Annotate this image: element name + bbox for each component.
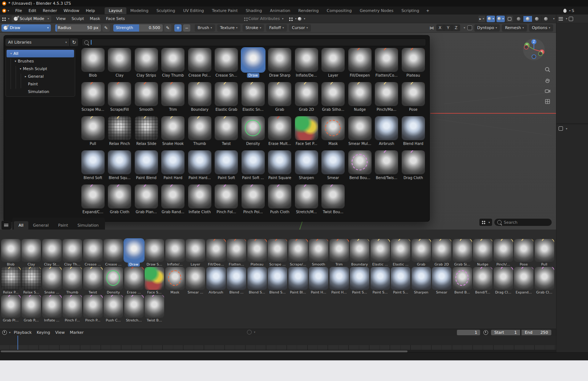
current-frame-field[interactable]: 1 xyxy=(457,330,480,335)
gizmos-toggle[interactable]: ▾ xyxy=(487,16,495,22)
popup-brush-density[interactable]: Density xyxy=(240,116,267,150)
xray-toggle[interactable] xyxy=(506,16,513,22)
shelf-brush-sharpen[interactable]: Sharpen xyxy=(411,267,431,295)
shelf-brush-boundary[interactable]: Boundary xyxy=(350,239,370,267)
popover-texture[interactable]: Texture▾ xyxy=(217,24,240,32)
mirror-y-button[interactable]: Y xyxy=(444,24,452,31)
strength-slider[interactable]: Strength 0.500 xyxy=(113,24,163,32)
popup-brush-twist[interactable]: Twist xyxy=(213,116,240,150)
tree-item-brushes[interactable]: ▾Brushes xyxy=(6,57,75,65)
stopwatch-icon[interactable] xyxy=(483,330,488,335)
popup-brush-drag-cloth[interactable]: Drag Cloth xyxy=(400,150,427,185)
shelf-brush-flatten[interactable]: Flatten... xyxy=(227,239,247,267)
menu-sculpt[interactable]: Sculpt xyxy=(69,15,87,22)
popup-brush-flatten-co[interactable]: Flatten/Co... xyxy=(373,48,400,82)
popup-brush-grab-cloth[interactable]: Grab Cloth xyxy=(106,185,133,219)
popup-brush-grab-plan[interactable]: Grab Plan... xyxy=(133,185,160,219)
timeline-menu-keying[interactable]: Keying xyxy=(34,329,53,336)
popup-brush-twist-bou[interactable]: Twist Bou... xyxy=(320,185,347,219)
shelf-brush-clay-th[interactable]: Clay Th... xyxy=(62,239,82,267)
popup-brush-push-cloth[interactable]: Push Cloth xyxy=(267,185,293,219)
shelf-brush-bend-t[interactable]: Bend/T... xyxy=(473,267,493,295)
workspace-tab-shading[interactable]: Shading xyxy=(242,7,266,14)
workspace-tab-texture-paint[interactable]: Texture Paint xyxy=(208,7,242,14)
subtract-mode-button[interactable]: − xyxy=(183,24,190,32)
shelf-brush-draw-s[interactable]: Draw S... xyxy=(145,239,165,267)
shelf-tab-general[interactable]: General xyxy=(28,221,53,230)
shelf-brush-fill-dee[interactable]: Fill/Dee... xyxy=(206,239,226,267)
shelf-brush-blob[interactable]: Blob xyxy=(1,239,21,267)
shelf-brush-plateau[interactable]: Plateau xyxy=(247,239,267,267)
shelf-brush-paint-s[interactable]: Paint S... xyxy=(350,267,370,295)
shelf-brush-grab-si[interactable]: Grab Si... xyxy=(452,239,472,267)
shelf-brush-paint-s[interactable]: Paint S... xyxy=(370,267,390,295)
dyntopo-popover[interactable]: Dyntopo▾ xyxy=(474,24,500,32)
timeline-editor-icon[interactable] xyxy=(2,330,7,335)
scene-selector[interactable]: ▾ S xyxy=(563,8,587,13)
shelf-brush-pull[interactable]: Pull xyxy=(534,239,554,267)
color-attributes-popover[interactable]: Color Attributes ▾ xyxy=(243,16,284,21)
shelf-brush-blend-s[interactable]: Blend S... xyxy=(247,267,267,295)
popover-stroke[interactable]: Stroke▾ xyxy=(243,24,264,32)
auto-keying-toggle[interactable]: ▾ xyxy=(247,330,255,335)
workspace-tab-compositing[interactable]: Compositing xyxy=(323,7,356,14)
viewport-3d[interactable]: Z Y X All Libraries ▾ ↻ xyxy=(0,33,556,329)
mirror-z-button[interactable]: Z xyxy=(452,24,460,31)
timeline-menu-view[interactable]: View xyxy=(53,329,67,336)
shelf-brush-pinch-p[interactable]: Pinch P... xyxy=(83,295,103,323)
shelf-brush-inflate[interactable]: Inflate ... xyxy=(42,295,62,323)
shelf-menu-button[interactable] xyxy=(1,221,11,230)
shelf-brush-nudge[interactable]: Nudge xyxy=(473,239,493,267)
shelf-brush-drag-cl[interactable]: Drag Cl... xyxy=(493,267,513,295)
popup-brush-pinch-poi[interactable]: Pinch Poi... xyxy=(240,185,267,219)
shelf-brush-grab[interactable]: Grab xyxy=(411,239,431,267)
popup-brush-pull[interactable]: Pull xyxy=(80,116,106,150)
shelf-brush-smooth[interactable]: Smooth xyxy=(309,239,329,267)
blender-menu-button[interactable]: ▾ xyxy=(2,9,9,13)
shelf-brush-scrape[interactable]: Scrape/... xyxy=(288,239,308,267)
popup-brush-nudge[interactable]: Nudge xyxy=(346,82,373,116)
shading-rendered-button[interactable] xyxy=(542,16,550,22)
shelf-brush-pinch[interactable]: Pinch/... xyxy=(493,239,513,267)
shelf-brush-density[interactable]: Density xyxy=(104,267,123,295)
workspace-tab-scripting[interactable]: Scripting xyxy=(397,7,423,14)
workspace-tab-sculpting[interactable]: Sculpting xyxy=(153,7,179,14)
new-collection-icon[interactable] xyxy=(569,17,573,21)
shelf-tab-simulation[interactable]: Simulation xyxy=(73,221,104,230)
popover-cursor[interactable]: Cursor▾ xyxy=(289,24,311,32)
shading-wireframe-button[interactable] xyxy=(514,16,523,22)
editor-type-selector[interactable]: ▾ xyxy=(1,17,9,21)
shelf-brush-elastic[interactable]: Elastic ... xyxy=(370,239,390,267)
add-mode-button[interactable]: + xyxy=(174,24,182,32)
popup-brush-paint-blend[interactable]: Paint Blend xyxy=(133,150,160,185)
shelf-brush-blend[interactable]: Blend ... xyxy=(227,267,247,295)
popup-brush-crease-pol[interactable]: Crease Pol... xyxy=(186,48,213,82)
popup-brush-erase-mult[interactable]: Erase Mult... xyxy=(267,116,293,150)
timeline-menu-marker[interactable]: Marker xyxy=(67,329,86,336)
shelf-brush-snake[interactable]: Snake ... xyxy=(42,267,62,295)
popup-brush-pinch-fol[interactable]: Pinch Fol... xyxy=(213,185,240,219)
playhead[interactable] xyxy=(17,336,18,350)
timeline-track[interactable] xyxy=(0,345,556,350)
popup-brush-blend-soft[interactable]: Blend Soft xyxy=(80,150,106,185)
popup-brush-airbrush[interactable]: Airbrush xyxy=(373,116,400,150)
shelf-brush-paint-h[interactable]: Paint H... xyxy=(329,267,349,295)
popup-brush-scrape-mu[interactable]: Scrape Mu... xyxy=(80,82,106,116)
toggle-orthographic-button[interactable] xyxy=(543,97,552,106)
pan-hand-button[interactable] xyxy=(543,76,552,85)
popup-brush-relax-pinch[interactable]: Relax Pinch xyxy=(106,116,133,150)
shelf-brush-crease[interactable]: Crease ... xyxy=(104,239,123,267)
chevron-down-icon[interactable]: ▾ xyxy=(566,127,567,130)
popup-brush-grab-2d[interactable]: Grab 2D xyxy=(293,82,320,116)
workspace-tab-rendering[interactable]: Rendering xyxy=(294,7,323,14)
popup-brush-crease-sh[interactable]: Crease Sh... xyxy=(213,48,240,82)
shelf-brush-mask[interactable]: Mask xyxy=(165,267,185,295)
popup-brush-paint-soft[interactable]: Paint Soft ... xyxy=(240,150,267,185)
timeline-ruler[interactable] xyxy=(0,336,556,345)
workspace-tab-geometry-nodes[interactable]: Geometry Nodes xyxy=(356,7,397,14)
tree-item-mesh-sculpt[interactable]: ▾Mesh Sculpt xyxy=(6,65,75,73)
navigation-gizmo[interactable]: Z Y X xyxy=(522,38,546,62)
popup-brush-sharpen[interactable]: Sharpen xyxy=(293,150,320,185)
popup-brush-draw[interactable]: Draw xyxy=(240,48,267,82)
overlays-toggle[interactable]: ▾ xyxy=(496,16,505,22)
